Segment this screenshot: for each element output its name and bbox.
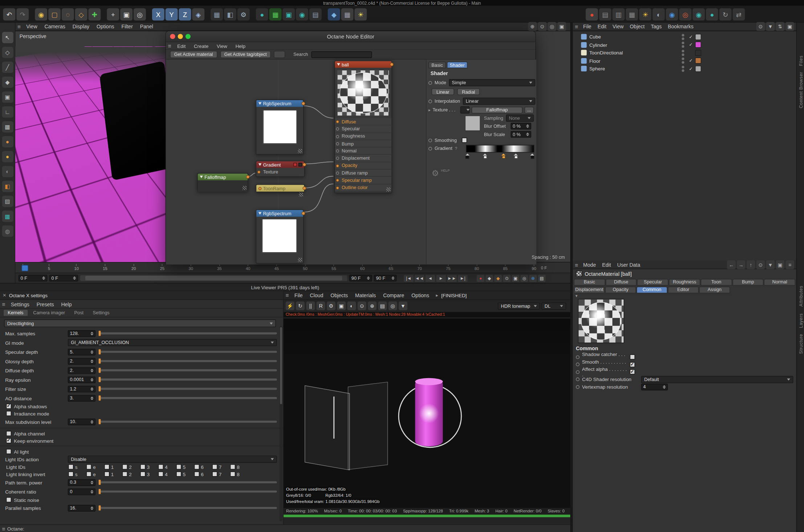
octane-camera-icon[interactable]: ◎ — [679, 8, 691, 21]
blur-offset-field[interactable]: 0 % — [511, 123, 531, 129]
light-linking-checkbox[interactable] — [68, 471, 73, 476]
light-id-checkbox[interactable] — [122, 464, 127, 469]
shader-ball-icon[interactable]: ◐ — [2, 166, 13, 177]
live-viewer-menu-item[interactable]: File — [291, 292, 306, 298]
region-icon[interactable]: R — [317, 302, 325, 310]
node-editor-menu-item[interactable]: Help — [231, 43, 249, 49]
node-port-row[interactable]: Specular ramp — [335, 177, 392, 184]
object-row[interactable]: Sphere ✓ — [573, 65, 796, 73]
slider[interactable] — [100, 351, 277, 353]
texture-swatch[interactable] — [465, 115, 480, 131]
gradient-bar[interactable] — [466, 145, 534, 152]
port-dot[interactable] — [336, 179, 339, 182]
light-ids-action-dropdown[interactable]: Disable — [68, 455, 277, 463]
object-icon[interactable] — [581, 34, 587, 40]
node-port-row[interactable]: Roughness — [335, 133, 392, 140]
object-manager-menu-item[interactable]: View — [609, 24, 627, 29]
node-port-row[interactable]: Diffuse ramp — [335, 169, 392, 177]
panel-icon[interactable]: ▣ — [785, 22, 794, 31]
live-viewer-menu-item[interactable]: Compare — [380, 292, 408, 298]
disc-icon[interactable]: ◍ — [2, 225, 13, 237]
add-primitive-icon[interactable]: ✚ — [88, 8, 101, 21]
value-field[interactable]: 5. — [68, 348, 95, 355]
lock-icon[interactable]: ▣ — [776, 261, 784, 269]
node-port-row[interactable]: Specular — [335, 126, 392, 133]
texture-tag[interactable] — [695, 42, 701, 48]
node-toonramp[interactable]: ToonRamp — [256, 184, 305, 192]
sampling-dropdown[interactable]: None — [506, 115, 534, 122]
collapse-icon[interactable] — [200, 176, 203, 178]
ai-light-checkbox[interactable] — [6, 449, 11, 454]
layout-3-icon[interactable]: ▦ — [626, 8, 638, 21]
material-tab[interactable]: Assign — [699, 286, 730, 293]
menu-icon[interactable]: ≡ — [0, 526, 7, 532]
anim-dot[interactable] — [576, 370, 580, 374]
bottom-window-titlebar[interactable]: Live Viewer PR5 (391 days left) — [0, 283, 570, 291]
texture-tag[interactable] — [695, 66, 701, 72]
smoothing-checkbox[interactable] — [462, 138, 467, 143]
material-tab[interactable]: Editor — [668, 286, 699, 293]
light-linking-checkbox[interactable] — [86, 471, 91, 476]
light-id-checkbox[interactable] — [230, 464, 235, 469]
port-dot[interactable] — [336, 120, 339, 123]
expand-arrow-icon[interactable]: ▸ — [433, 293, 441, 298]
attribute-menu-item[interactable]: User Data — [614, 262, 644, 268]
slider[interactable] — [100, 481, 277, 483]
enable-check[interactable]: ✓ — [689, 42, 693, 47]
live-update-icon[interactable]: ⚡ — [286, 302, 294, 310]
coordinate-system-icon[interactable]: ◈ — [192, 8, 204, 21]
object-manager-menu-item[interactable]: Tags — [648, 24, 665, 29]
octane-menu-item[interactable]: Help — [58, 301, 75, 307]
light-id-checkbox[interactable] — [140, 464, 145, 469]
linear-button[interactable]: Linear — [432, 88, 454, 95]
mode-dropdown[interactable]: Simple — [449, 79, 535, 86]
octane-textures-icon[interactable]: ▤ — [309, 8, 322, 21]
slider[interactable] — [100, 507, 277, 509]
transfer-icon[interactable]: ⇄ — [732, 8, 745, 21]
lock-y-axis-icon[interactable]: Y — [166, 8, 178, 21]
interpolation-dropdown[interactable]: Linear — [463, 98, 535, 105]
resize-handle[interactable] — [298, 258, 302, 262]
material-tab[interactable]: Roughness — [669, 279, 700, 285]
separator[interactable] — [323, 8, 327, 21]
value-field[interactable]: 16. — [68, 505, 95, 511]
node-ball[interactable]: ball Diffuse Specular Roughness — [334, 61, 392, 193]
color-output-port[interactable] — [302, 212, 305, 215]
material-picker-icon[interactable]: ⊙ — [358, 302, 366, 310]
object-row[interactable]: Cylinder ✓ — [573, 41, 796, 49]
daylight-icon[interactable]: ◉ — [666, 8, 678, 21]
gi-mode-dropdown[interactable]: GI_AMBIENT_OCCLUSION — [68, 339, 277, 346]
search-icon[interactable]: ⊙ — [756, 22, 765, 31]
filter-icon[interactable]: ▼ — [766, 22, 775, 31]
help-label[interactable]: HELP — [441, 168, 450, 172]
scale-tool-icon[interactable]: ▣ — [120, 8, 132, 21]
render-mode-icon[interactable]: ◐ — [347, 302, 356, 310]
visibility-toggles[interactable] — [682, 50, 684, 56]
c4d-shader-resolution-dropdown[interactable]: Default — [641, 376, 793, 383]
menu-icon[interactable]: ≡ — [573, 262, 580, 268]
octane-scatter-icon[interactable]: ◉ — [693, 8, 705, 21]
tab-basic[interactable]: Basic — [428, 62, 446, 68]
kernel-dropdown[interactable]: Directlighting — [4, 319, 276, 327]
light-linking-checkbox[interactable] — [230, 471, 235, 476]
slider[interactable] — [100, 388, 277, 390]
next-frame-icon[interactable]: ►► — [447, 274, 457, 282]
more-button[interactable]: ... — [525, 107, 534, 113]
node-port-row[interactable]: Normal — [335, 147, 392, 155]
anim-dot[interactable] — [576, 355, 580, 359]
render-view-icon[interactable]: ▦ — [211, 8, 223, 21]
port-dot[interactable] — [336, 127, 339, 130]
up-icon[interactable]: ↑ — [746, 261, 755, 269]
node-editor-menu-item[interactable]: View — [213, 43, 232, 49]
anim-dot[interactable] — [428, 99, 432, 103]
range-end-field2[interactable]: 90 F — [374, 275, 396, 281]
tonemap-dropdown[interactable]: HDR tonemap — [498, 302, 540, 310]
zoom-view-icon[interactable]: ⊙ — [538, 22, 547, 31]
close-icon[interactable]: ✕ — [0, 293, 9, 298]
color-swatch[interactable] — [262, 219, 297, 253]
timeline-playhead[interactable] — [21, 265, 28, 271]
viewport-menu-item[interactable]: View — [23, 24, 41, 29]
menu-icon[interactable]: ≡ — [15, 23, 23, 29]
enable-check[interactable]: ✓ — [689, 58, 693, 63]
filter-icon[interactable]: ▼ — [766, 261, 775, 269]
